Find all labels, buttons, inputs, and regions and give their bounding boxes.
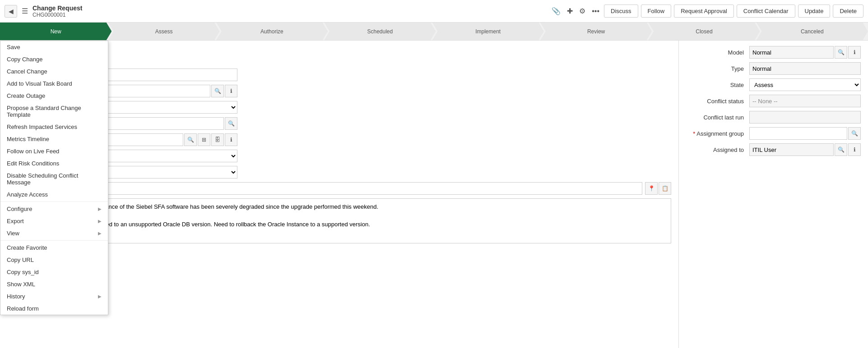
- menu-item-label: Reload form: [7, 305, 39, 312]
- requested-by-info-icon[interactable]: ℹ: [225, 85, 237, 97]
- hamburger-icon[interactable]: ☰: [22, 7, 28, 15]
- menu-item-analyze-access[interactable]: Analyze Access: [0, 188, 108, 201]
- assignment-group-field: 🔍: [749, 127, 861, 140]
- menu-item-label: Metrics Timeline: [7, 136, 49, 142]
- form-area: New Number Requested by 🔍 ℹ Category: [0, 41, 678, 348]
- menu-item-disable-scheduling-conflict-message[interactable]: Disable Scheduling Conflict Message: [0, 169, 108, 188]
- location-icon[interactable]: 📍: [645, 182, 658, 195]
- progress-bar: NewAssessAuthorizeScheduledImplementRevi…: [0, 23, 868, 41]
- menu-item-copy-url[interactable]: Copy URL: [0, 254, 108, 266]
- submenu-arrow-icon: ▶: [98, 219, 102, 224]
- model-info-icon[interactable]: ℹ: [848, 46, 861, 59]
- model-search-icon[interactable]: 🔍: [835, 46, 847, 59]
- progress-step-scheduled[interactable]: Scheduled: [324, 23, 436, 41]
- conflict-status-value: -- None --: [749, 95, 861, 107]
- description-content[interactable]: Performance of the Siebel SFA software h…: [79, 198, 671, 243]
- menu-item-history[interactable]: History▶: [0, 290, 108, 302]
- type-label: Type: [686, 65, 749, 72]
- service-class-search-icon[interactable]: 🔍: [225, 117, 237, 130]
- menu-item-add-to-visual-task-board[interactable]: Add to Visual Task Board: [0, 78, 108, 90]
- menu-item-save[interactable]: Save: [0, 41, 108, 53]
- assigned-to-field: 🔍 ℹ: [749, 143, 861, 156]
- state-label: State: [686, 82, 749, 88]
- menu-item-label: Copy sys_id: [7, 269, 39, 275]
- menu-item-follow-on-live-feed[interactable]: Follow on Live Feed: [0, 145, 108, 157]
- state-select[interactable]: Assess New Authorize Scheduled Implement…: [749, 78, 861, 91]
- conflict-last-run-label: Conflict last run: [686, 114, 749, 121]
- assigned-to-input[interactable]: [749, 143, 834, 156]
- progress-step-closed[interactable]: Closed: [648, 23, 760, 41]
- menu-item-refresh-impacted-services[interactable]: Refresh Impacted Services: [0, 121, 108, 133]
- submenu-arrow-icon: ▶: [98, 206, 102, 211]
- model-field: 🔍 ℹ: [749, 46, 861, 59]
- conflict-last-run-row: Conflict last run: [686, 111, 861, 124]
- top-bar: ◀ ☰ Change Request CHG0000001 📎 ✚ ⚙ ••• …: [0, 0, 868, 23]
- conflict-last-run-value: [749, 111, 861, 124]
- assignment-group-search-icon[interactable]: 🔍: [848, 127, 861, 140]
- menu-item-view[interactable]: View▶: [0, 227, 108, 239]
- menu-item-label: Refresh Impacted Services: [7, 124, 77, 130]
- assigned-to-search-icon[interactable]: 🔍: [835, 143, 847, 156]
- delete-button[interactable]: Delete: [833, 5, 863, 18]
- menu-item-reload-form[interactable]: Reload form: [0, 302, 108, 315]
- menu-item-label: Create Favorite: [7, 244, 47, 251]
- state-row: State Assess New Authorize Scheduled Imp…: [686, 78, 861, 91]
- menu-item-cancel-change[interactable]: Cancel Change: [0, 65, 108, 78]
- config-item-hierarchy-icon[interactable]: ⊞: [198, 133, 210, 146]
- right-panel: Model 🔍 ℹ Type Normal State Assess New A…: [678, 41, 868, 348]
- config-item-search-icon[interactable]: 🔍: [184, 133, 197, 146]
- settings-icon[interactable]: ⚙: [579, 7, 585, 15]
- menu-item-create-outage[interactable]: Create Outage: [0, 90, 108, 102]
- menu-item-copy-sys_id[interactable]: Copy sys_id: [0, 266, 108, 278]
- more-icon[interactable]: •••: [592, 7, 599, 15]
- follow-button[interactable]: Follow: [641, 5, 672, 18]
- menu-item-configure[interactable]: Configure▶: [0, 203, 108, 215]
- menu-item-create-favorite[interactable]: Create Favorite: [0, 242, 108, 254]
- assignment-group-input[interactable]: [749, 127, 847, 140]
- menu-item-propose-a-standard-change-template[interactable]: Propose a Standard Change Template: [0, 102, 108, 121]
- progress-step-assess[interactable]: Assess: [108, 23, 219, 41]
- menu-item-export[interactable]: Export▶: [0, 215, 108, 227]
- menu-item-label: Add to Visual Task Board: [7, 80, 72, 87]
- conflict-calendar-button[interactable]: Conflict Calendar: [737, 5, 795, 18]
- menu-item-show-xml[interactable]: Show XML: [0, 278, 108, 290]
- main-area: New Number Requested by 🔍 ℹ Category: [0, 41, 868, 348]
- request-approval-button[interactable]: Request Approval: [674, 5, 734, 18]
- assignment-group-row: Assignment group 🔍: [686, 127, 861, 140]
- model-input[interactable]: [749, 46, 834, 59]
- menu-item-label: Copy URL: [7, 256, 34, 263]
- menu-item-label: Cancel Change: [7, 68, 47, 75]
- menu-item-metrics-timeline[interactable]: Metrics Timeline: [0, 133, 108, 145]
- record-id: CHG0000001: [32, 12, 82, 18]
- config-item-info-icon[interactable]: ℹ: [225, 133, 237, 146]
- requested-by-search-icon[interactable]: 🔍: [211, 85, 224, 97]
- type-row: Type Normal: [686, 62, 861, 75]
- back-button[interactable]: ◀: [5, 5, 17, 18]
- attachment-icon[interactable]: 📎: [552, 7, 561, 15]
- menu-item-label: Create Outage: [7, 92, 45, 99]
- submenu-arrow-icon: ▶: [98, 231, 102, 236]
- menu-item-copy-change[interactable]: Copy Change: [0, 53, 108, 65]
- short-desc-input[interactable]: [79, 182, 642, 195]
- conflict-status-label: Conflict status: [686, 98, 749, 105]
- model-label: Model: [686, 49, 749, 56]
- submenu-arrow-icon: ▶: [98, 294, 102, 299]
- menu-item-label: Show XML: [7, 281, 35, 288]
- assigned-to-info-icon[interactable]: ℹ: [848, 143, 861, 156]
- progress-step-canceled[interactable]: Canceled: [757, 23, 868, 41]
- progress-step-new[interactable]: New: [0, 23, 111, 41]
- update-button[interactable]: Update: [798, 5, 831, 18]
- copy-icon[interactable]: 📋: [659, 182, 671, 195]
- config-item-db-icon[interactable]: 🗄: [211, 133, 224, 146]
- progress-step-authorize[interactable]: Authorize: [216, 23, 328, 41]
- progress-step-review[interactable]: Review: [540, 23, 652, 41]
- title-block: Change Request CHG0000001: [32, 5, 82, 18]
- short-desc-icons: 📍 📋: [644, 182, 671, 195]
- model-row: Model 🔍 ℹ: [686, 46, 861, 59]
- assigned-to-label: Assigned to: [686, 147, 749, 153]
- discuss-button[interactable]: Discuss: [604, 5, 638, 18]
- progress-step-implement[interactable]: Implement: [432, 23, 544, 41]
- menu-item-edit-risk-conditions[interactable]: Edit Risk Conditions: [0, 157, 108, 169]
- assigned-to-row: Assigned to 🔍 ℹ: [686, 143, 861, 156]
- add-icon[interactable]: ✚: [567, 7, 573, 15]
